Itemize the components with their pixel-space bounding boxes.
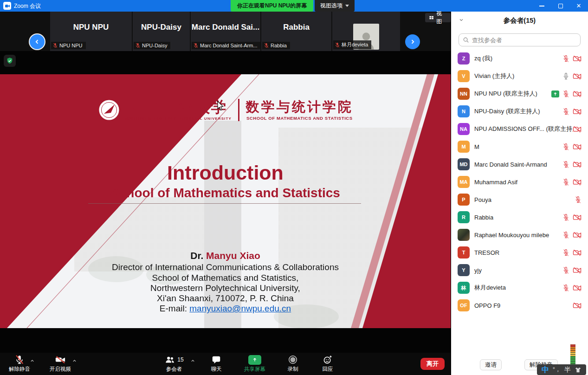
participant-row[interactable]: Raphael Moukouyou milebe — [451, 226, 588, 244]
participant-name: Marc Donald Saint-Armand — [474, 161, 547, 168]
speaker-title-line: Director of International Communications… — [0, 262, 451, 272]
tile-name-label: 林月devieta — [333, 40, 371, 49]
video-tile[interactable]: Rabbia Rabbia — [261, 12, 331, 51]
reactions-button[interactable]: 回应 — [314, 354, 342, 373]
speaker-address-line: Xi'an Shaanxi, 710072, P. R. China — [0, 293, 451, 304]
chat-button[interactable]: 聊天 — [202, 354, 230, 373]
unmute-label: 解除静音 — [9, 366, 30, 373]
view-options-button[interactable]: 视图选项 — [315, 0, 355, 12]
video-tile[interactable]: NPU NPU NPU NPU — [50, 12, 132, 51]
video-off-icon — [573, 143, 582, 150]
mic-muted-icon — [562, 249, 569, 257]
avatar-initials: T — [462, 250, 465, 255]
video-options-chevron[interactable] — [72, 358, 77, 363]
participant-name: Pouya — [474, 196, 491, 203]
participant-row[interactable]: NN NPU NPU (联席主持人) — [451, 85, 588, 103]
participant-row[interactable]: P Pouya — [451, 191, 588, 208]
unmute-button[interactable]: 解除静音 — [6, 354, 33, 373]
participant-row[interactable]: M M — [451, 138, 588, 155]
encryption-shield-badge — [4, 55, 16, 67]
tile-name-label: Marc Donald Saint-Arm... — [192, 42, 260, 49]
speaker-email-line: E-mail: manyuxiao@nwpu.edu.cn — [0, 304, 451, 314]
avatar: NA — [458, 123, 470, 135]
video-tile[interactable]: Marc Donald Sai... Marc Donald Saint-Arm… — [191, 12, 260, 51]
participant-name: NPU NPU (联席主持人) — [474, 90, 537, 98]
avatar-initials: NA — [460, 126, 467, 132]
scroll-left-button[interactable] — [30, 34, 45, 49]
participant-row[interactable]: R Rabbia — [451, 208, 588, 226]
participant-row[interactable]: MA Muhammad Asif — [451, 173, 588, 191]
mic-muted-icon — [562, 55, 569, 63]
minimize-button[interactable] — [533, 0, 550, 12]
avatar: Y — [458, 264, 470, 276]
maximize-button[interactable] — [552, 0, 569, 12]
ime-width-mode[interactable]: 半 — [564, 366, 571, 374]
video-off-icon — [573, 302, 582, 309]
leave-meeting-button[interactable]: 离开 — [420, 358, 445, 370]
share-screen-button[interactable]: 共享屏幕 — [240, 354, 270, 373]
avatar-initials: Z — [462, 56, 465, 61]
view-layout-button[interactable]: 视图 — [425, 13, 451, 22]
shield-check-icon — [6, 57, 13, 65]
scroll-right-button[interactable] — [405, 34, 420, 49]
mic-muted-icon — [136, 43, 140, 48]
chat-icon — [211, 355, 221, 365]
chat-label: 聊天 — [211, 366, 222, 373]
mic-options-chevron[interactable] — [30, 358, 35, 363]
mic-muted-icon — [562, 266, 569, 274]
participants-panel: 参会者(15) Z zq (我) V Vivian (主持人) NN NPU N… — [451, 12, 588, 375]
video-off-icon — [573, 161, 582, 168]
share-screen-label: 共享屏幕 — [244, 366, 265, 373]
avatar: Z — [458, 52, 470, 65]
video-off-icon — [573, 108, 582, 115]
start-video-button[interactable]: 开启视频 — [46, 354, 74, 373]
mic-on-icon — [562, 72, 569, 80]
school-name-cn: 数学与统计学院 — [246, 100, 353, 114]
avatar: N — [458, 105, 470, 117]
participant-name: Muhammad Asif — [474, 179, 517, 186]
participants-icon — [164, 355, 175, 365]
maximize-icon — [558, 4, 563, 8]
ime-toolbar: 中 °， 半 — [537, 364, 586, 375]
participant-row[interactable]: NA NPU ADMISSIONS OFF... (联席主持人) — [451, 120, 588, 138]
participant-row[interactable]: OF OPPO F9 — [451, 297, 588, 314]
participant-row[interactable]: MD Marc Donald Saint-Armand — [451, 155, 588, 173]
record-label: 录制 — [288, 366, 298, 373]
ime-skin-icon[interactable] — [575, 367, 582, 373]
search-input[interactable] — [472, 37, 576, 44]
participant-search — [459, 33, 581, 46]
participant-row[interactable]: Y yjy — [451, 261, 588, 279]
participant-row[interactable]: 林 林月devieta — [451, 279, 588, 297]
participant-row[interactable]: T TRESOR — [451, 244, 588, 261]
avatar: T — [458, 246, 470, 259]
participant-name: Raphael Moukouyou milebe — [474, 232, 549, 239]
ime-punctuation-mode[interactable]: °， — [553, 366, 561, 374]
avatar-initials: V — [462, 73, 465, 79]
mic-muted-icon — [335, 42, 340, 48]
record-button[interactable]: 录制 — [279, 354, 307, 373]
avatar-initials: MD — [459, 162, 467, 167]
participant-row[interactable]: V Vivian (主持人) — [451, 67, 588, 85]
mouse-cursor — [217, 101, 225, 111]
invite-button[interactable]: 邀请 — [480, 359, 502, 370]
video-tile[interactable]: 林月devieta — [332, 12, 400, 51]
mic-muted-icon — [562, 178, 569, 186]
close-button[interactable]: ✕ — [570, 0, 587, 12]
search-icon — [463, 37, 469, 43]
participant-row[interactable]: N NPU-Daisy (联席主持人) — [451, 103, 588, 120]
video-tile[interactable]: NPU-Daisy NPU-Daisy — [133, 12, 190, 51]
participant-name: Vivian (主持人) — [474, 72, 514, 80]
mic-muted-icon — [14, 355, 25, 365]
participants-button[interactable]: 15 参会者 — [158, 354, 190, 373]
reactions-icon — [322, 355, 333, 365]
tile-participant-name: Rabbia — [261, 12, 331, 43]
participant-name: 林月devieta — [474, 284, 506, 292]
video-off-icon — [55, 355, 66, 365]
participants-label: 参会者 — [166, 366, 182, 373]
participant-row[interactable]: Z zq (我) — [451, 50, 588, 67]
ime-language-mode[interactable]: 中 — [542, 366, 549, 374]
mic-muted-icon — [53, 43, 58, 48]
email-label: E-mail: — [160, 304, 189, 313]
participants-options-chevron[interactable] — [190, 358, 195, 363]
video-off-icon — [573, 284, 582, 291]
